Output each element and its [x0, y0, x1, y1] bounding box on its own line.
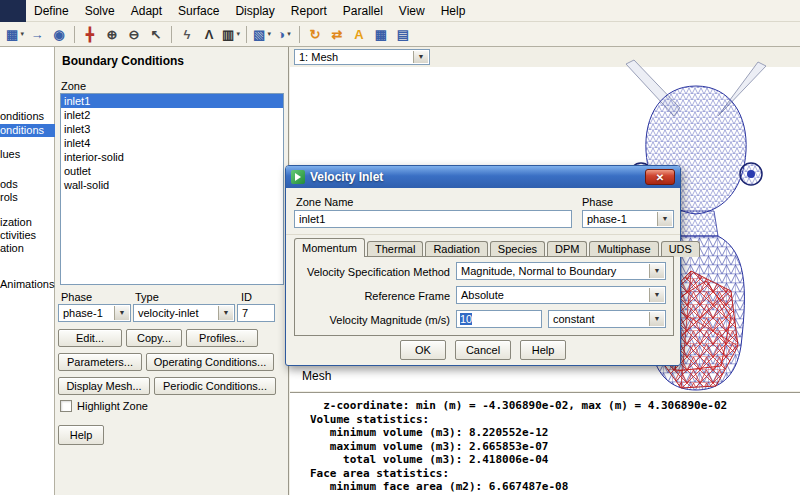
tab-radiation[interactable]: Radiation — [425, 241, 487, 257]
display-mesh-button[interactable]: Display Mesh... — [58, 377, 150, 395]
console-output[interactable]: z-coordinate: min (m) = -4.306890e-02, m… — [290, 392, 800, 495]
scene-icon[interactable]: ▧ — [252, 24, 272, 44]
velocity-magnitude-input[interactable]: 10 — [456, 310, 542, 328]
navigation-tree: onditions onditions lues ods rols izatio… — [0, 47, 55, 495]
menu-parallel[interactable]: Parallel — [335, 1, 391, 21]
save-icon[interactable]: ▦ — [5, 24, 25, 44]
dialog-tabs: Momentum Thermal Radiation Species DPM M… — [294, 238, 702, 257]
tree-item[interactable]: ization — [0, 216, 55, 229]
layout-icon[interactable]: ▤ — [393, 24, 413, 44]
panel-title: Boundary Conditions — [62, 54, 184, 68]
dialog-phase-label: Phase — [582, 196, 613, 208]
dialog-help-button[interactable]: Help — [520, 340, 566, 360]
profile-icon[interactable]: Λ — [199, 24, 219, 44]
zone-item-inlet3[interactable]: inlet3 — [61, 122, 283, 136]
console-line: Face area statistics: — [310, 467, 800, 481]
tab-dpm[interactable]: DPM — [547, 241, 587, 257]
snapshot-icon[interactable]: ◉ — [49, 24, 69, 44]
zone-item-outlet[interactable]: outlet — [61, 164, 283, 178]
tab-momentum[interactable]: Momentum — [294, 238, 365, 257]
selected-text: 10 — [460, 313, 472, 325]
menu-report[interactable]: Report — [283, 1, 335, 21]
tab-thermal[interactable]: Thermal — [367, 241, 423, 257]
console-line: total volume (m3): 2.418006e-04 — [310, 453, 800, 467]
help-button[interactable]: Help — [58, 425, 104, 445]
velocity-spec-select[interactable]: Magnitude, Normal to Boundary — [456, 262, 666, 280]
tree-item[interactable]: ods — [0, 178, 55, 191]
menu-define[interactable]: Define — [26, 1, 77, 21]
edit-button[interactable]: Edit... — [58, 329, 122, 347]
zone-name-input[interactable]: inlet1 — [294, 210, 572, 228]
cancel-button[interactable]: Cancel — [455, 340, 511, 360]
tab-uds[interactable]: UDS — [661, 241, 700, 257]
export-icon[interactable]: → — [27, 24, 47, 44]
copy-button[interactable]: Copy... — [126, 329, 182, 347]
pan-icon[interactable]: ╋ — [80, 24, 100, 44]
dialog-phase-select[interactable]: phase-1 — [582, 210, 674, 228]
lights-icon[interactable]: ◑ — [274, 24, 294, 44]
close-icon[interactable]: ✕ — [645, 169, 675, 185]
zone-item-inlet1[interactable]: inlet1 — [61, 94, 283, 108]
tree-item-boundary-conditions[interactable]: onditions — [0, 124, 55, 137]
probe-icon[interactable]: ϟ — [177, 24, 197, 44]
zone-name-label: Zone Name — [296, 196, 353, 208]
highlight-zone-checkbox[interactable] — [60, 400, 72, 412]
menubar: Define Solve Adapt Surface Display Repor… — [0, 0, 800, 22]
zone-item-wall-solid[interactable]: wall-solid — [61, 178, 283, 192]
zoom-out-icon[interactable]: ⊖ — [124, 24, 144, 44]
menu-help[interactable]: Help — [433, 1, 474, 21]
tree-item[interactable]: onditions — [0, 110, 55, 123]
toolbar-separator — [299, 26, 300, 43]
ok-button[interactable]: OK — [400, 340, 446, 360]
phase-select[interactable]: phase-1 — [58, 304, 131, 322]
operating-conditions-button[interactable]: Operating Conditions... — [146, 353, 274, 371]
reference-frame-select[interactable]: Absolute — [456, 286, 666, 304]
periodic-conditions-button[interactable]: Periodic Conditions... — [154, 377, 276, 395]
menu-surface[interactable]: Surface — [170, 1, 227, 21]
menu-solve[interactable]: Solve — [77, 1, 123, 21]
annotate-icon[interactable]: A — [349, 24, 369, 44]
velocity-profile-select[interactable]: constant — [548, 310, 666, 328]
menu-display[interactable]: Display — [227, 1, 282, 21]
boundary-conditions-panel: Boundary Conditions Zone inlet1 inlet2 i… — [55, 47, 289, 495]
zone-item-inlet2[interactable]: inlet2 — [61, 108, 283, 122]
toolbar-separator — [74, 26, 75, 43]
tab-multiphase[interactable]: Multiphase — [589, 241, 658, 257]
zone-item-inlet4[interactable]: inlet4 — [61, 136, 283, 150]
tree-item[interactable]: rols — [0, 191, 55, 204]
view-selector[interactable]: 1: Mesh — [294, 49, 430, 65]
toolbar: ▦ → ◉ ╋ ⊕ ⊖ ↖ ϟ Λ ▥ ▧ ◑ ↻ ⇄ A ▦ ▤ — [0, 22, 800, 47]
console-line: Volume statistics: — [310, 413, 800, 427]
toolbar-separator — [246, 26, 247, 43]
velocity-spec-label: Velocity Specification Method — [290, 263, 450, 281]
tab-species[interactable]: Species — [490, 241, 545, 257]
pick-icon[interactable]: ↖ — [146, 24, 166, 44]
tree-item[interactable]: lues — [0, 148, 55, 161]
grid-icon[interactable]: ▦ — [371, 24, 391, 44]
type-select[interactable]: velocity-inlet — [133, 304, 235, 322]
phase-label: Phase — [61, 291, 92, 303]
sync-icon[interactable]: ⇄ — [327, 24, 347, 44]
zone-item-interior-solid[interactable]: interior-solid — [61, 150, 283, 164]
zone-listbox[interactable]: inlet1 inlet2 inlet3 inlet4 interior-sol… — [60, 93, 284, 285]
zoom-in-icon[interactable]: ⊕ — [102, 24, 122, 44]
type-label: Type — [135, 291, 159, 303]
dialog-title: Velocity Inlet — [310, 170, 383, 184]
profiles-button[interactable]: Profiles... — [186, 329, 258, 347]
tree-item[interactable]: Animations — [0, 278, 55, 291]
zone-label: Zone — [61, 80, 86, 92]
divider — [286, 234, 680, 235]
tree-item[interactable]: ation — [0, 242, 55, 255]
dialog-titlebar[interactable]: Velocity Inlet ✕ — [286, 166, 680, 188]
menu-adapt[interactable]: Adapt — [123, 1, 170, 21]
highlight-zone-label: Highlight Zone — [77, 400, 148, 412]
id-label: ID — [241, 291, 252, 303]
console-line: z-coordinate: min (m) = -4.306890e-02, m… — [310, 399, 800, 413]
velocity-magnitude-label: Velocity Magnitude (m/s) — [290, 311, 450, 329]
parameters-button[interactable]: Parameters... — [58, 353, 142, 371]
ruler-icon[interactable]: ▥ — [221, 24, 241, 44]
tree-item[interactable]: ctivities — [0, 229, 55, 242]
reference-frame-label: Reference Frame — [290, 287, 450, 305]
refresh-icon[interactable]: ↻ — [305, 24, 325, 44]
menu-view[interactable]: View — [391, 1, 433, 21]
